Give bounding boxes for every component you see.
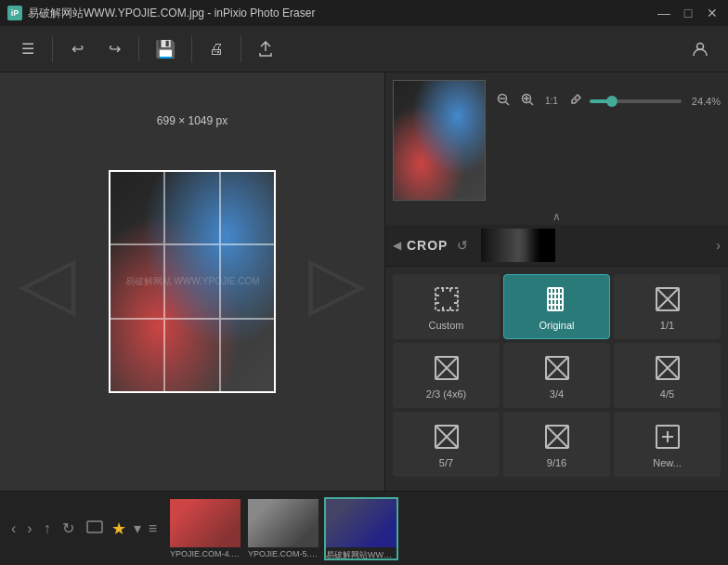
svg-line-8 [575,99,577,100]
filmstrip-dropdown[interactable]: ▾ [130,516,145,541]
toolbar-separator-4 [240,36,241,62]
section-collapse-arrow[interactable]: ◀ [393,239,401,252]
crop-option-5_7[interactable]: 5/7 [393,412,500,477]
crop-icon-3_4 [540,351,574,385]
crop-cell [164,244,220,319]
window-controls: — □ ✕ [656,5,721,21]
maximize-button[interactable]: □ [680,5,696,21]
crop-icon-custom [430,282,463,316]
film-item-bg [170,499,240,547]
toolbar: ☰ ↩ ↪ 💾 🖨 [0,26,728,72]
crop-cell [109,170,164,244]
crop-icon-1_1 [651,282,684,316]
crop-cell [164,319,220,393]
crop-section-header: ◀ CROP ↺ › [385,225,728,267]
film-item-label-item2: YPOJIE.COM-5.jpg [248,549,318,558]
crop-option-3_4[interactable]: 3/4 [503,343,610,408]
toolbar-separator-1 [52,36,53,62]
zoom-eyedrop-button[interactable] [566,91,586,111]
zoom-row: 1:1 24.4% [493,84,721,111]
menu-button[interactable]: ☰ [11,33,45,66]
dimension-label: 699 × 1049 px [157,114,228,127]
crop-option-label-4_5: 4/5 [660,388,674,400]
crop-option-label-original: Original [540,320,575,331]
svg-line-2 [506,102,510,106]
redo-button[interactable]: ↪ [98,33,131,66]
preview-photo-bg [394,81,485,200]
filmstrip-items: YPOJIE.COM-4.jpgYPOJIE.COM-5.jpg易破解网站WWW… [161,497,721,560]
crop-option-original[interactable]: Original [503,274,610,339]
filmstrip-star[interactable]: ★ [111,519,126,539]
crop-option-1_1[interactable]: 1/1 [614,274,721,339]
bg-arrow-right: ▷ [308,239,366,325]
crop-section-preview [481,229,555,262]
crop-undo-icon[interactable]: ↺ [457,238,468,253]
preview-section: 1:1 24.4% [385,72,728,208]
crop-grid-overlay [109,170,276,393]
profile-button[interactable] [683,33,717,66]
crop-icon-5_7 [430,420,463,453]
crop-option-label-5_7: 5/7 [439,457,453,468]
filmstrip-list-btn[interactable]: ≡ [149,520,157,537]
bg-arrow-left: ◁ [19,239,76,325]
preview-thumbnail [393,80,486,201]
film-item-item2[interactable]: YPOJIE.COM-5.jpg [246,497,320,560]
crop-option-new[interactable]: New... [614,412,721,477]
filmstrip-crop-rect[interactable] [82,516,108,542]
save-button[interactable]: 💾 [147,33,184,66]
crop-options-grid: Custom Original 1/1 2/3 (4x6) [385,267,728,484]
print-button[interactable]: 🖨 [200,33,233,66]
film-item-bg [326,499,396,547]
filmstrip-rotate[interactable]: ↻ [58,516,78,541]
toolbar-separator-2 [138,36,139,62]
crop-option-2_3[interactable]: 2/3 (4x6) [393,343,500,408]
film-item-item3[interactable]: 易破解网站WWW.YPC... [324,497,398,560]
zoom-slider-thumb[interactable] [606,96,618,107]
preview-controls: 1:1 24.4% [493,80,721,111]
share-button[interactable] [249,33,282,66]
film-item-label-item1: YPOJIE.COM-4.jpg [170,549,240,558]
filmstrip-nav-left[interactable]: ‹ [7,517,20,541]
film-item-label-item3: 易破解网站WWW.YPC... [326,549,396,561]
collapse-button[interactable]: ∧ [552,210,561,223]
filmstrip-nav-right[interactable]: › [23,517,35,541]
crop-icon-4_5 [651,351,684,385]
crop-icon-9_16 [540,420,574,453]
crop-cell [220,244,276,319]
titlebar: iP 易破解网站WWW.YPOJIE.COM.jpg - inPixio Pho… [0,0,728,26]
filmstrip: ‹ › ↑ ↻ ★ ▾ ≡ YPOJIE.COM-4.jpgYPOJIE.COM… [0,491,728,565]
canvas-photo[interactable]: 易破解网站 WWW.YPOJIE.COM [109,170,276,393]
svg-rect-9 [436,288,458,310]
filmstrip-nav-up[interactable]: ↑ [40,517,55,541]
collapse-row: ∧ [385,208,728,225]
crop-option-custom[interactable]: Custom [393,274,500,339]
crop-option-label-3_4: 3/4 [550,388,564,400]
crop-icon-original [540,282,574,316]
crop-icon-new [651,420,684,453]
crop-cell [109,319,164,393]
film-item-item1[interactable]: YPOJIE.COM-4.jpg [168,497,242,560]
crop-option-label-custom: Custom [429,320,464,331]
crop-option-9_16[interactable]: 9/16 [503,412,610,477]
crop-option-label-new: New... [653,457,682,468]
svg-line-5 [530,102,534,106]
crop-option-label-1_1: 1/1 [660,320,674,331]
zoom-in-button[interactable] [517,91,538,111]
crop-section-title: CROP [407,238,448,253]
zoom-out-button[interactable] [493,91,514,111]
crop-option-4_5[interactable]: 4/5 [614,343,721,408]
minimize-button[interactable]: — [656,5,672,21]
undo-button[interactable]: ↩ [60,33,94,66]
zoom-fit-button[interactable]: 1:1 [541,94,562,108]
svg-rect-38 [87,521,102,532]
crop-icon-2_3 [430,351,463,385]
crop-cell [220,319,276,393]
film-item-bg [248,499,318,547]
crop-cell [220,170,276,244]
crop-cell [109,244,164,319]
close-button[interactable]: ✕ [704,5,721,21]
section-expand-button[interactable]: › [716,238,721,253]
toolbar-separator-3 [191,36,192,62]
zoom-slider-track[interactable] [590,99,682,103]
window-title: 易破解网站WWW.YPOJIE.COM.jpg - inPixio Photo … [28,6,656,21]
